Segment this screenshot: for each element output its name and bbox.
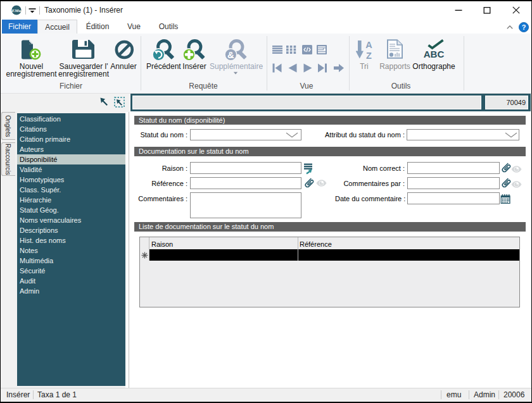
svg-text:A: A xyxy=(365,40,372,50)
svg-text:Z: Z xyxy=(366,51,372,59)
svg-text:?: ? xyxy=(522,23,526,31)
svg-text:&: & xyxy=(227,49,234,60)
svg-text:EMu: EMu xyxy=(11,8,21,13)
svg-text:ABC: ABC xyxy=(424,49,445,59)
